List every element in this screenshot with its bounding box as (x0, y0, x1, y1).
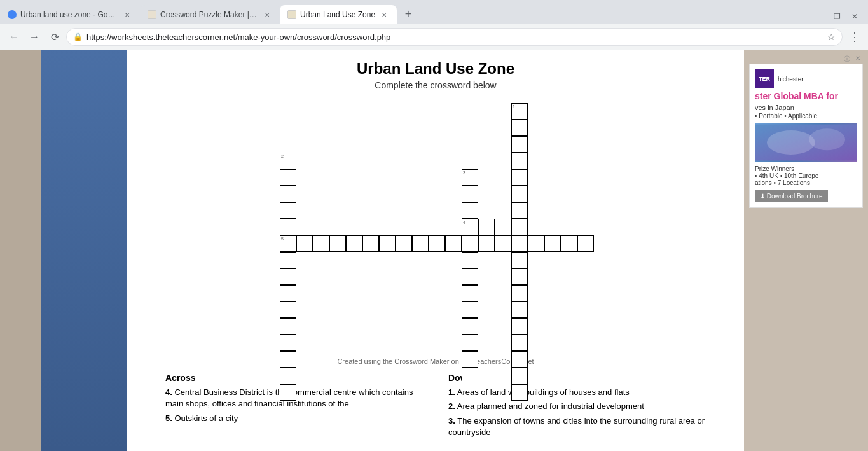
cell-1-r10[interactable] (511, 268, 528, 285)
cell-3-r5[interactable] (462, 186, 478, 202)
cell-3-r13[interactable] (462, 318, 478, 335)
cell-1-r15[interactable] (511, 351, 528, 368)
cell-1-r7[interactable] (511, 219, 528, 235)
clue-3-num: 3. (448, 416, 455, 426)
cell-3-r6[interactable] (462, 202, 478, 219)
tab-urban[interactable]: Urban Land Use Zone ✕ (280, 5, 397, 24)
cell-2-r12[interactable] (280, 302, 296, 318)
right-sidebar: ⓘ ✕ TER hichester ster Global MBA for ve… (744, 50, 868, 451)
cell-3-r14[interactable] (462, 335, 478, 351)
cell-1-r3[interactable] (511, 153, 528, 169)
cell-2-r4[interactable] (280, 169, 296, 186)
cell-5-c4[interactable] (346, 235, 362, 252)
cell-1-r0[interactable]: 1 (511, 103, 528, 120)
cell-1-r4[interactable] (511, 169, 528, 186)
cell-3-r10[interactable] (462, 268, 478, 285)
tab-favicon-urban (287, 10, 296, 19)
cell-1-r2[interactable] (511, 136, 528, 153)
cell-3-r12[interactable] (462, 302, 478, 318)
address-bar[interactable]: 🔒 https://worksheets.theteacherscorner.n… (66, 28, 843, 46)
cell-2-r7[interactable] (280, 219, 296, 235)
cell-3-r9[interactable] (462, 252, 478, 268)
ad-headline: ster Global MBA for (755, 91, 857, 101)
cell-2-r17[interactable] (280, 384, 296, 401)
cell-2-r10[interactable] (280, 268, 296, 285)
ad-logo: TER (755, 69, 774, 88)
cell-5-c16[interactable] (544, 235, 561, 252)
cell-5-c18[interactable] (577, 235, 594, 252)
cell-3-r16[interactable] (462, 368, 478, 384)
cell-4-c13[interactable] (495, 219, 511, 235)
cell-2-r14[interactable] (280, 335, 296, 351)
cell-5-c1[interactable] (296, 235, 313, 252)
cell-5-c9[interactable] (429, 235, 445, 252)
cell-3-r15[interactable] (462, 351, 478, 368)
back-button[interactable]: ← (5, 28, 23, 46)
cell-2-r5[interactable] (280, 186, 296, 202)
cell-1-r9[interactable] (511, 252, 528, 268)
cell-5-c10[interactable] (445, 235, 462, 252)
cell-1-r5[interactable] (511, 186, 528, 202)
cell-5-c2[interactable] (313, 235, 329, 252)
browser-window: Urban land use zone - Google Sli... ✕ Cr… (0, 0, 868, 451)
ad-download-button[interactable]: ⬇ Download Brochure (755, 190, 828, 202)
cell-4-c11[interactable]: 4 (462, 219, 478, 235)
cell-5-c7[interactable] (396, 235, 412, 252)
cell-2-r16[interactable] (280, 368, 296, 384)
svg-point-2 (809, 128, 845, 150)
cell-3-r11[interactable] (462, 285, 478, 302)
cell-5-c5[interactable] (362, 235, 379, 252)
tab-favicon-crossword (148, 10, 156, 19)
clue-5-num: 5. (165, 413, 172, 423)
tab-google-slides[interactable]: Urban land use zone - Google Sli... ✕ (0, 5, 140, 24)
cell-5-c8[interactable] (412, 235, 429, 252)
new-tab-button[interactable]: + (399, 5, 417, 23)
cell-5-c3[interactable] (329, 235, 346, 252)
close-button[interactable]: ✕ (846, 10, 863, 23)
cell-1-r6[interactable] (511, 202, 528, 219)
cell-2-r9[interactable] (280, 252, 296, 268)
cell-2-r15[interactable] (280, 351, 296, 368)
tab-google-slides-close[interactable]: ✕ (122, 10, 132, 20)
more-menu-button[interactable]: ⋮ (845, 28, 863, 46)
maximize-button[interactable]: ❐ (829, 10, 845, 23)
cell-1-r8[interactable] (511, 235, 528, 252)
cell-4-c12[interactable] (478, 219, 495, 235)
tab-urban-close[interactable]: ✕ (379, 10, 389, 20)
cell-5-c0[interactable]: 5 (280, 235, 296, 252)
cell-1-r16[interactable] (511, 368, 528, 384)
cell-2-r13[interactable] (280, 318, 296, 335)
cell-2-r6[interactable] (280, 202, 296, 219)
tab-crossword[interactable]: Crossword Puzzle Maker | World ✕ (140, 5, 280, 24)
cell-5-c6[interactable] (379, 235, 396, 252)
puzzle-subtitle: Complete the crossword below (375, 80, 496, 90)
ad-close-icon[interactable]: ✕ (855, 55, 860, 62)
ad-panel: TER hichester ster Global MBA for ves in… (749, 64, 863, 208)
ad-info-icon[interactable]: ⓘ (844, 55, 850, 64)
cell-2-r3[interactable]: 2 (280, 153, 296, 169)
cell-5-c13[interactable] (495, 235, 511, 252)
cell-1-r17[interactable] (511, 384, 528, 401)
forward-button[interactable]: → (25, 28, 43, 46)
cell-1-r1[interactable] (511, 120, 528, 136)
lock-icon: 🔒 (73, 32, 83, 41)
cell-3-r8[interactable] (462, 235, 478, 252)
reload-button[interactable]: ⟳ (46, 28, 64, 46)
minimize-button[interactable]: — (811, 10, 827, 23)
cell-5-c15[interactable] (528, 235, 544, 252)
tab-crossword-close[interactable]: ✕ (262, 10, 272, 20)
cell-2-r11[interactable] (280, 285, 296, 302)
bookmark-icon[interactable]: ☆ (827, 32, 836, 42)
cell-1-r14[interactable] (511, 335, 528, 351)
clues-section: Across 4. Central Business District is t… (165, 373, 706, 441)
cell-5-c12[interactable] (478, 235, 495, 252)
cell-1-r11[interactable] (511, 285, 528, 302)
address-bar-row: ← → ⟳ 🔒 https://worksheets.theteachersco… (0, 24, 868, 50)
ad-image (755, 123, 857, 162)
cell-1-r12[interactable] (511, 302, 528, 318)
cell-1-r13[interactable] (511, 318, 528, 335)
left-sidebar (0, 50, 127, 451)
cell-5-c17[interactable] (561, 235, 577, 252)
cell-3-r4[interactable]: 3 (462, 169, 478, 186)
page-content: Urban Land Use Zone Complete the crosswo… (0, 50, 868, 451)
